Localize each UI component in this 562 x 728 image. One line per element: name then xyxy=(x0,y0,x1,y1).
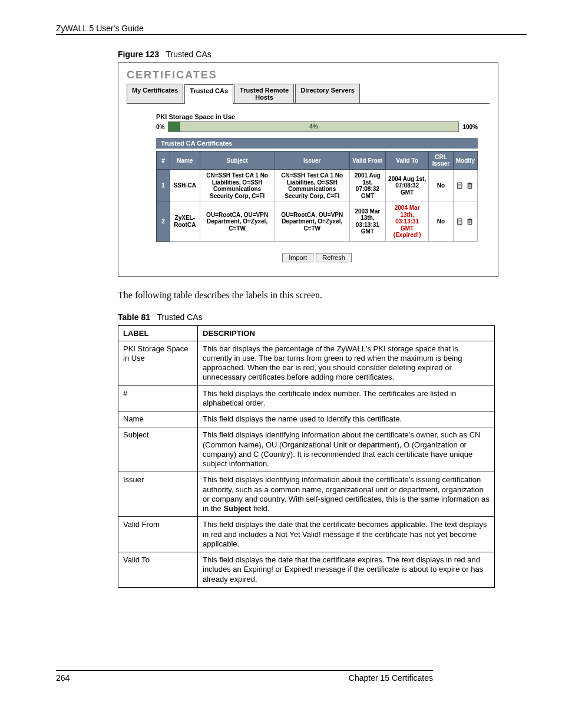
desc-label: Valid To xyxy=(118,552,198,588)
cell-valid-from: 2001 Aug 1st, 07:08:32 GMT xyxy=(349,170,385,202)
desc-label: PKI Storage Space in Use xyxy=(118,341,198,386)
cell-name: SSH-CA xyxy=(170,170,200,202)
trusted-ca-section-title: Trusted CA Certificates xyxy=(156,138,478,149)
desc-label: Name xyxy=(118,411,198,427)
refresh-button[interactable]: Refresh xyxy=(316,253,352,262)
pki-hundred-label: 100% xyxy=(462,124,478,130)
col-modify: Modify xyxy=(453,151,477,170)
cell-index: 1 xyxy=(157,170,170,202)
page-footer: 264 Chapter 15 Certificates xyxy=(56,670,433,683)
edit-icon[interactable] xyxy=(457,182,464,189)
table-row: 2ZyXEL-RootCAOU=RootCA, OU=VPN Departmen… xyxy=(157,202,478,242)
intro-text: The following table describes the labels… xyxy=(118,290,495,301)
figure-caption: Figure 123 Trusted CAs xyxy=(118,50,527,59)
svg-rect-9 xyxy=(469,183,471,183)
cell-issuer: OU=RootCA, OU=VPN Department, O=Zyxel, C… xyxy=(275,202,349,242)
cell-crl: No xyxy=(429,170,453,202)
delete-icon[interactable] xyxy=(466,182,474,189)
cell-subject: CN=SSH Test CA 1 No Liabilities, O=SSH C… xyxy=(200,170,275,202)
col-name: Name xyxy=(170,151,200,170)
cell-valid-to: 2004 Aug 1st, 07:08:32 GMT xyxy=(386,170,429,202)
table-caption: Table 81 Trusted CAs xyxy=(118,312,527,322)
desc-text: This field displays identifying informat… xyxy=(198,427,495,472)
desc-label: # xyxy=(118,386,198,411)
pki-storage-bar: 4% xyxy=(168,121,459,132)
pki-zero-label: 0% xyxy=(156,124,164,130)
description-table: LABEL DESCRIPTION PKI Storage Space in U… xyxy=(118,325,495,588)
table-title: Trusted CAs xyxy=(157,312,202,322)
tab-directory-servers[interactable]: Directory Servers xyxy=(295,84,360,103)
page-number: 264 xyxy=(56,673,70,683)
table-number: Table 81 xyxy=(118,312,150,322)
table-row: #This field displays the certificate ind… xyxy=(118,386,495,411)
pki-storage-label: PKI Storage Space in Use xyxy=(156,113,478,120)
tab-label-line1: Trusted Remote xyxy=(240,87,289,94)
col-valid-from: Valid From xyxy=(349,151,385,170)
col-valid-to: Valid To xyxy=(386,151,429,170)
pki-storage-fill xyxy=(168,122,180,131)
tab-trusted-cas[interactable]: Trusted CAs xyxy=(184,84,233,104)
desc-head-description: DESCRIPTION xyxy=(198,325,495,341)
pki-storage-bar-row: 0% 4% 100% xyxy=(156,121,478,132)
desc-text: This field displays identifying informat… xyxy=(198,472,495,517)
table-row: IssuerThis field displays identifying in… xyxy=(118,472,495,517)
pki-storage-percent: 4% xyxy=(309,122,318,131)
cell-index: 2 xyxy=(157,202,170,242)
tab-label-line2: Hosts xyxy=(240,94,289,101)
col-issuer: Issuer xyxy=(275,151,349,170)
desc-label: Issuer xyxy=(118,472,198,517)
table-row: NameThis field displays the name used to… xyxy=(118,411,495,427)
col-subject: Subject xyxy=(200,151,275,170)
panel-body: PKI Storage Space in Use 0% 4% 100% Trus… xyxy=(127,104,490,268)
cell-crl: No xyxy=(429,202,453,242)
cell-valid-to: 2004 Mar 13th, 03:13:31 GMT (Expired!) xyxy=(386,202,429,242)
desc-text: This field displays the date that the ce… xyxy=(198,552,495,588)
col-crl-issuer: CRL Issuer xyxy=(429,151,453,170)
trusted-ca-table: # Name Subject Issuer Valid From Valid T… xyxy=(156,151,478,242)
delete-icon[interactable] xyxy=(466,218,474,225)
figure-number: Figure 123 xyxy=(118,50,159,59)
import-button[interactable]: Import xyxy=(282,253,313,262)
cell-modify xyxy=(453,170,477,202)
chapter-label: Chapter 15 Certificates xyxy=(349,673,433,683)
page-header: ZyWALL 5 User's Guide xyxy=(56,24,527,35)
desc-label: Subject xyxy=(118,427,198,472)
desc-head-label: LABEL xyxy=(118,325,198,341)
table-row: Valid FromThis field displays the date t… xyxy=(118,517,495,552)
desc-text: This field displays the certificate inde… xyxy=(198,386,495,411)
table-row: PKI Storage Space in UseThis bar display… xyxy=(118,341,495,386)
cell-issuer: CN=SSH Test CA 1 No Liabilities, O=SSH C… xyxy=(275,170,349,202)
guide-title: ZyWALL 5 User's Guide xyxy=(56,24,144,33)
svg-rect-8 xyxy=(468,183,472,185)
cell-modify xyxy=(453,202,477,242)
desc-text: This bar displays the percentage of the … xyxy=(198,341,495,386)
table-row: Valid ToThis field displays the date tha… xyxy=(118,552,495,588)
table-row: SubjectThis field displays identifying i… xyxy=(118,427,495,472)
svg-rect-19 xyxy=(469,219,471,219)
desc-text: This field displays the name used to ide… xyxy=(198,411,495,427)
cell-valid-from: 2003 Mar 13th, 03:13:31 GMT xyxy=(349,202,385,242)
edit-icon[interactable] xyxy=(457,218,464,225)
screenshot-panel: CERTIFICATES My Certificates Trusted CAs… xyxy=(118,62,498,277)
svg-rect-18 xyxy=(468,219,472,220)
action-buttons: Import Refresh xyxy=(156,252,478,262)
figure-title: Trusted CAs xyxy=(166,50,211,59)
cell-subject: OU=RootCA, OU=VPN Department, O=Zyxel, C… xyxy=(200,202,275,242)
panel-title: CERTIFICATES xyxy=(127,69,490,81)
desc-label: Valid From xyxy=(118,517,198,552)
tab-my-certificates[interactable]: My Certificates xyxy=(127,84,183,103)
desc-text: This field displays the date that the ce… xyxy=(198,517,495,552)
tab-bar: My Certificates Trusted CAs Trusted Remo… xyxy=(127,84,490,104)
table-row: 1SSH-CACN=SSH Test CA 1 No Liabilities, … xyxy=(157,170,478,202)
col-index: # xyxy=(157,151,170,170)
tab-trusted-remote-hosts[interactable]: Trusted Remote Hosts xyxy=(234,84,294,103)
cell-name: ZyXEL-RootCA xyxy=(170,202,200,242)
